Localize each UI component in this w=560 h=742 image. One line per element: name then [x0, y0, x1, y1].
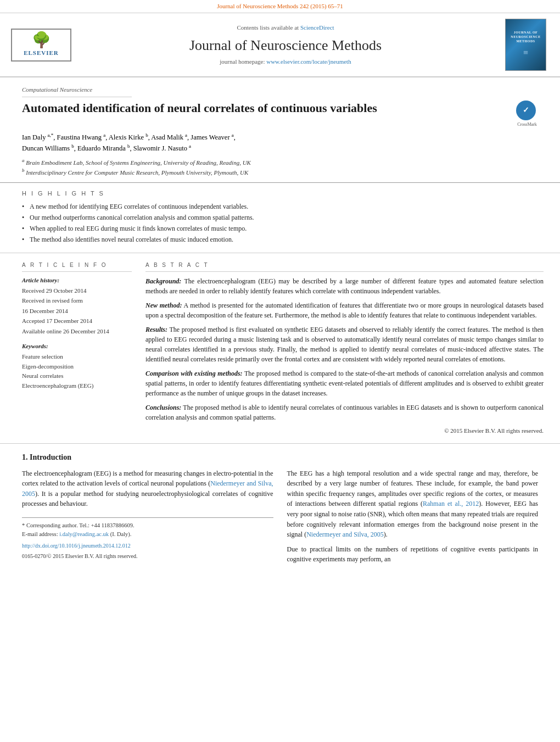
- highlight-item-1: A new method for identifying EEG correla…: [22, 202, 538, 211]
- doi-link[interactable]: http://dx.doi.org/10.1016/j.jneumeth.201…: [22, 543, 131, 549]
- intro-right-para-2: Due to practical limits on the numbers o…: [287, 544, 539, 565]
- abstract-label-1: Background:: [145, 277, 181, 285]
- abstract-label-4: Comparison with existing methods:: [145, 370, 243, 377]
- sciencedirect-link[interactable]: ScienceDirect: [300, 24, 334, 31]
- journal-cover-title: JOURNAL OFNEUROSCIENCEMETHODS: [511, 31, 540, 43]
- intro-section-title: 1. Introduction: [22, 452, 538, 463]
- abstract-para-1: Background: The electroencephalogram (EE…: [145, 276, 544, 296]
- issn-line: 0165-0270/© 2015 Elsevier B.V. All right…: [22, 552, 273, 561]
- journal-citation: Journal of Neuroscience Methods 242 (201…: [217, 3, 343, 9]
- highlights-section: H I G H L I G H T S A new method for ide…: [0, 183, 560, 253]
- keyword-2: Eigen-decomposition: [22, 362, 132, 371]
- journal-bar: Journal of Neuroscience Methods 242 (201…: [0, 0, 560, 13]
- footnote-email-line: E-mail address: i.daly@reading.ac.uk (I.…: [22, 530, 273, 539]
- elsevier-brand-text: ELSEVIER: [15, 49, 68, 57]
- keyword-3: Neural correlates: [22, 372, 132, 380]
- article-title: Automated identification of neural corre…: [22, 101, 511, 116]
- article-info-column: A R T I C L E I N F O Article history: R…: [22, 261, 132, 435]
- homepage-link[interactable]: www.elsevier.com/locate/jneumeth: [266, 58, 351, 65]
- homepage-line: journal homepage: www.elsevier.com/locat…: [71, 58, 500, 66]
- journal-title: Journal of Neuroscience Methods: [71, 36, 500, 55]
- doi-line: http://dx.doi.org/10.1016/j.jneumeth.201…: [22, 542, 273, 550]
- abstract-para-3: Results: The proposed method is first ev…: [145, 325, 544, 364]
- abstract-text-1: The electroencephalogram (EEG) may be de…: [145, 277, 544, 295]
- crossmark-icon: ✓: [516, 101, 536, 120]
- footnote-star: * Corresponding author. Tel.: +44 118378…: [22, 521, 273, 530]
- highlights-title: H I G H L I G H T S: [22, 189, 538, 198]
- affiliations: a Brain Embodiment Lab, School of System…: [22, 157, 538, 177]
- abstract-label-5: Conclusions:: [145, 404, 181, 411]
- intro-left-col: The electroencephalogram (EEG) is a meth…: [22, 468, 273, 569]
- crossmark-badge-container: ✓ CrossMark: [516, 101, 538, 127]
- intro-right-col: The EEG has a high temporal resolution a…: [287, 468, 539, 569]
- footnote-email-label: E-mail address:: [22, 531, 59, 537]
- abstract-label-2: New method:: [145, 302, 182, 309]
- page: Journal of Neuroscience Methods 242 (201…: [0, 0, 560, 577]
- history-label: Article history:: [22, 276, 132, 284]
- accepted-date: Accepted 17 December 2014: [22, 317, 132, 325]
- keyword-1: Feature selection: [22, 353, 132, 361]
- keywords-label: Keywords:: [22, 342, 132, 350]
- homepage-label: journal homepage:: [220, 58, 266, 65]
- crossmark-label: CrossMark: [516, 121, 538, 127]
- journal-cover-image: JOURNAL OFNEUROSCIENCEMETHODS ≡: [505, 19, 546, 71]
- ref-niedermeyer-2005b-link[interactable]: Niedermeyer and Silva, 2005: [306, 531, 384, 538]
- abstract-para-4: Comparison with existing methods: The pr…: [145, 369, 544, 398]
- keywords-section: Keywords: Feature selection Eigen-decomp…: [22, 342, 132, 390]
- article-info-abstract: A R T I C L E I N F O Article history: R…: [0, 253, 560, 444]
- affiliation-b: b Interdisciplinary Centre for Computer …: [22, 167, 538, 177]
- intro-right-para-1: The EEG has a high temporal resolution a…: [287, 468, 539, 540]
- logo-tree-icon: 🌳: [15, 32, 68, 48]
- abstract-label-3: Results:: [145, 326, 167, 333]
- ref-niedermeyer-2005-link[interactable]: Niedermeyer and Silva, 2005: [22, 479, 273, 498]
- footnote-area: * Corresponding author. Tel.: +44 118378…: [22, 517, 273, 561]
- contents-text: Contents lists available at: [237, 24, 300, 31]
- header-center: Contents lists available at ScienceDirec…: [71, 24, 500, 66]
- keyword-4: Electroencephalogram (EEG): [22, 382, 132, 390]
- header-area: 🌳 ELSEVIER Contents lists available at S…: [0, 13, 560, 77]
- authors-line: Ian Daly a,*, Faustina Hwang a, Alexis K…: [22, 132, 538, 154]
- affiliation-a: a Brain Embodiment Lab, School of System…: [22, 157, 538, 167]
- logo-box: 🌳 ELSEVIER: [11, 29, 71, 61]
- introduction-section: 1. Introduction The electroencephalogram…: [0, 444, 560, 577]
- journal-thumbnail: JOURNAL OFNEUROSCIENCEMETHODS ≡: [505, 19, 549, 71]
- contents-available-line: Contents lists available at ScienceDirec…: [71, 24, 500, 32]
- intro-two-col: The electroencephalogram (EEG) is a meth…: [22, 468, 538, 569]
- keywords-list: Feature selection Eigen-decomposition Ne…: [22, 353, 132, 390]
- authors-text-2: Duncan Williams b, Eduardo Miranda b, Sl…: [22, 144, 191, 152]
- article-section-label: Computational Neuroscience: [22, 86, 132, 97]
- intro-para-1: The electroencephalogram (EEG) is a meth…: [22, 468, 273, 509]
- available-online: Available online 26 December 2014: [22, 327, 132, 336]
- abstract-para-2: New method: A method is presented for th…: [145, 300, 544, 320]
- elsevier-logo: 🌳 ELSEVIER: [11, 29, 71, 61]
- footnote-email-suffix: (I. Daly).: [110, 531, 132, 537]
- article-info-title: A R T I C L E I N F O: [22, 261, 132, 272]
- highlight-item-3: When applied to real EEG during music it…: [22, 224, 538, 233]
- revised-date: 16 December 2014: [22, 307, 132, 315]
- abstract-text-5: The proposed method is able to identify …: [145, 404, 544, 421]
- highlight-item-4: The method also identifies novel neural …: [22, 235, 538, 244]
- received-revised-label: Received in revised form: [22, 297, 132, 305]
- article-title-row: Automated identification of neural corre…: [22, 101, 538, 127]
- footnote-email-link[interactable]: i.daly@reading.ac.uk: [59, 531, 109, 537]
- abstract-text-3: The proposed method is first evaluated o…: [145, 326, 544, 363]
- abstract-para-5: Conclusions: The proposed method is able…: [145, 403, 544, 422]
- received-date: Received 29 October 2014: [22, 287, 132, 295]
- highlights-list: A new method for identifying EEG correla…: [22, 202, 538, 244]
- abstract-text-2: A method is presented for the automated …: [145, 302, 544, 319]
- authors-text: Ian Daly a,*, Faustina Hwang a, Alexis K…: [22, 133, 236, 141]
- copyright-line: © 2015 Elsevier B.V. All rights reserved…: [145, 427, 544, 435]
- abstract-title: A B S T R A C T: [145, 261, 544, 272]
- article-header: Computational Neuroscience Automated ide…: [0, 77, 560, 183]
- abstract-column: A B S T R A C T Background: The electroe…: [145, 261, 544, 435]
- ref-rahman-2012-link[interactable]: Rahman et al., 2012: [423, 500, 479, 507]
- highlight-item-2: Our method outperforms canonical correla…: [22, 213, 538, 222]
